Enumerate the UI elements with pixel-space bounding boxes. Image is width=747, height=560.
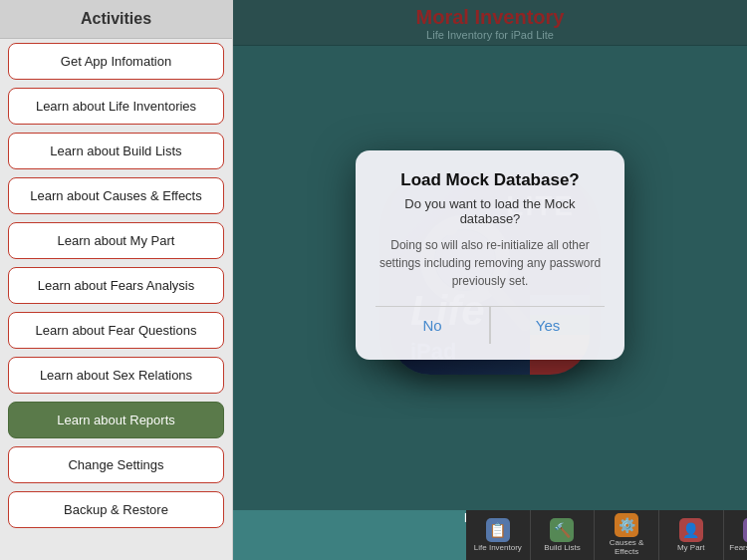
sidebar-btn-build-lists[interactable]: Learn about Build Lists [8, 133, 224, 169]
sidebar-btn-fears-analysis[interactable]: Learn about Fears Analysis [8, 267, 224, 304]
modal-title: Load Mock Database? [375, 170, 605, 190]
modal-question: Do you want to load the Mock database? [375, 196, 605, 226]
tab-label-life-inventory: Life Inventory [474, 544, 522, 553]
modal-no-button[interactable]: No [375, 307, 490, 344]
sidebar-btn-causes-effects[interactable]: Learn about Causes & Effects [8, 177, 224, 214]
tab-icon-causes-effects: ⚙️ [615, 513, 638, 537]
sidebar-btn-reports[interactable]: Learn about Reports [8, 402, 224, 438]
tab-label-fears-analysis: Fears Analysis [729, 544, 747, 553]
sidebar: Activities Get App InfomationLearn about… [0, 0, 233, 560]
tab-life-inventory[interactable]: 📋Life Inventory [466, 510, 531, 560]
sidebar-btn-life-inventories[interactable]: Learn about Life Inventories [8, 88, 224, 125]
sidebar-btn-my-part[interactable]: Learn about My Part [8, 222, 224, 259]
tab-causes-effects[interactable]: ⚙️Causes & Effects [595, 510, 659, 560]
tab-bar: 📋Life Inventory🔨Build Lists⚙️Causes & Ef… [466, 510, 747, 560]
tab-icon-build-lists: 🔨 [550, 518, 574, 542]
modal-body: Doing so will also re-initialize all oth… [375, 236, 605, 290]
sidebar-btn-backup-restore[interactable]: Backup & Restore [8, 491, 224, 528]
tab-label-causes-effects: Causes & Effects [597, 539, 656, 557]
tab-label-build-lists: Build Lists [544, 544, 580, 553]
tab-icon-life-inventory: 📋 [486, 518, 510, 542]
tab-icon-my-part: 👤 [679, 518, 703, 542]
sidebar-btn-fear-questions[interactable]: Learn about Fear Questions [8, 312, 224, 349]
sidebar-header: Activities [0, 0, 232, 39]
modal-buttons: No Yes [375, 307, 605, 344]
tab-fears-analysis[interactable]: 😨Fears Analysis [724, 510, 748, 560]
sidebar-btn-get-app-info[interactable]: Get App Infomation [8, 43, 224, 80]
modal-overlay: Load Mock Database? Do you want to load … [233, 0, 747, 510]
tab-build-lists[interactable]: 🔨Build Lists [531, 510, 596, 560]
modal-dialog: Load Mock Database? Do you want to load … [356, 150, 624, 360]
sidebar-btn-sex-relations[interactable]: Learn about Sex Relations [8, 357, 224, 394]
tab-label-my-part: My Part [677, 544, 705, 553]
tab-my-part[interactable]: 👤My Part [659, 510, 724, 560]
modal-yes-button[interactable]: Yes [491, 307, 605, 344]
sidebar-btn-change-settings[interactable]: Change Settings [8, 446, 224, 483]
tab-icon-fears-analysis: 😨 [743, 518, 747, 542]
